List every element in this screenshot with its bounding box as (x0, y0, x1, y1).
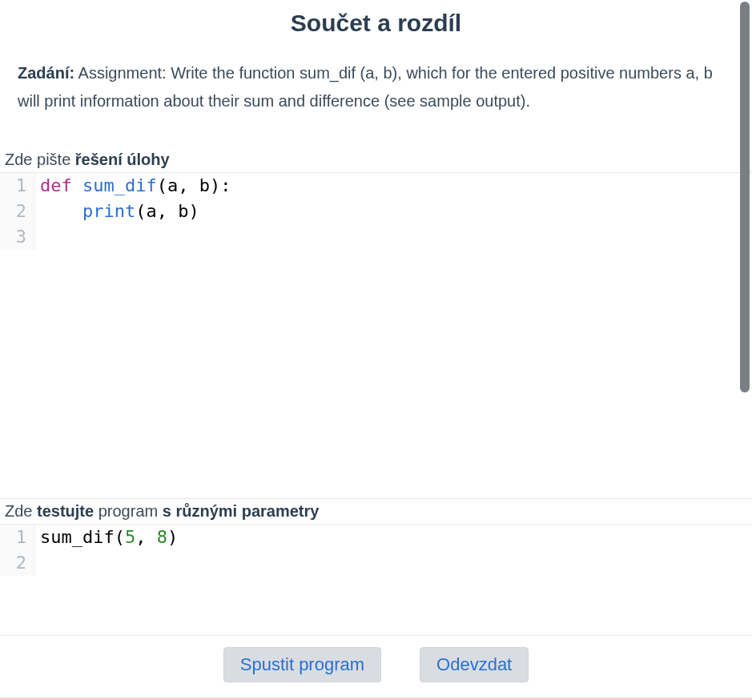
solution-label-prefix: Zde pište (5, 151, 75, 168)
line-number: 3 (0, 224, 35, 250)
test-label-prefix: Zde (5, 502, 37, 520)
code-line[interactable]: 1sum_dif(5, 8) (0, 525, 752, 550)
solution-label-bold: řešení úlohy (75, 151, 170, 168)
code-line[interactable]: 1def sum_dif(a, b): (0, 173, 752, 199)
solution-editor-lines[interactable]: 1def sum_dif(a, b):2 print(a, b)3 (0, 173, 752, 498)
test-editor[interactable]: 1sum_dif(5, 8)2 (0, 524, 752, 636)
test-label-mid: program (94, 502, 163, 520)
run-button[interactable]: Spustit program (223, 647, 381, 682)
solution-editor[interactable]: 1def sum_dif(a, b):2 print(a, b)3 (0, 172, 752, 499)
assignment-text: Zadání: Assignment: Write the function s… (0, 59, 752, 147)
code-line[interactable]: 3 (0, 224, 752, 250)
solution-section-label: Zde pište řešení úlohy (0, 147, 752, 172)
line-number: 1 (0, 173, 35, 199)
assignment-label: Zadání: (18, 64, 74, 82)
code-content[interactable]: def sum_dif(a, b): (35, 173, 231, 199)
submit-button[interactable]: Odevzdat (420, 647, 529, 682)
test-label-bold2: s různými parametry (163, 502, 320, 520)
test-label-bold1: testujte (37, 502, 94, 520)
exercise-panel: Součet a rozdíl Zadání: Assignment: Writ… (0, 0, 752, 700)
test-editor-lines[interactable]: 1sum_dif(5, 8)2 (0, 525, 752, 635)
line-number: 1 (0, 525, 35, 550)
page-title: Součet a rozdíl (0, 0, 752, 59)
test-section-label: Zde testujte program s různými parametry (0, 499, 752, 524)
code-line[interactable]: 2 print(a, b) (0, 199, 752, 224)
scrollbar-thumb[interactable] (740, 2, 750, 392)
button-bar: Spustit program Odevzdat (0, 636, 752, 682)
code-line[interactable]: 2 (0, 550, 752, 576)
code-content[interactable]: sum_dif(5, 8) (35, 525, 178, 550)
code-content[interactable]: print(a, b) (35, 199, 199, 224)
line-number: 2 (0, 550, 35, 576)
assignment-body: Assignment: Write the function sum_dif (… (18, 64, 713, 110)
line-number: 2 (0, 199, 35, 224)
